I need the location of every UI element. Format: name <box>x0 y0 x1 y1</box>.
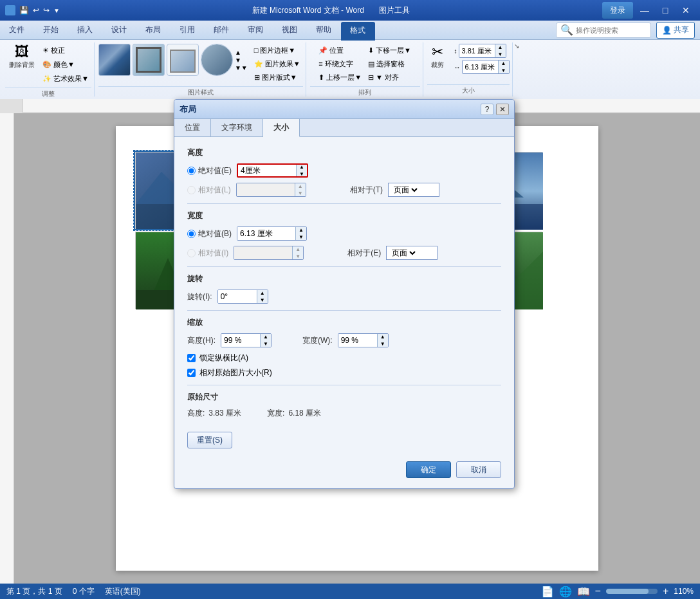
quick-access-redo[interactable]: ↪ <box>43 6 50 15</box>
tab-format[interactable]: 格式 <box>341 22 375 41</box>
quick-access-more[interactable]: ▼ <box>53 7 60 14</box>
correct-button[interactable]: ☀ 校正 <box>40 44 91 57</box>
height-absolute-spin-up[interactable]: ▲ <box>297 163 307 170</box>
height-relative-radio-label[interactable]: 相对值(L) <box>187 185 231 196</box>
relative-original-checkbox[interactable] <box>187 369 196 377</box>
quick-access-undo[interactable]: ↩ <box>33 6 39 15</box>
quick-access-save[interactable]: 💾 <box>19 6 29 15</box>
ribbon-width-input[interactable]: 6.13 厘米 <box>463 60 498 73</box>
height-relative-spin-up[interactable]: ▲ <box>295 183 306 190</box>
width-relative-spinner[interactable]: ▲ ▼ <box>234 246 304 260</box>
width-relative-spin-up[interactable]: ▲ <box>293 246 303 253</box>
maximize-button[interactable]: □ <box>656 4 674 17</box>
view-icon-print[interactable]: 📄 <box>541 585 554 598</box>
width-relative-radio[interactable] <box>187 249 196 257</box>
height-relative-to-dropdown[interactable]: 页面 <box>391 185 419 195</box>
style-preview-2[interactable] <box>133 44 165 76</box>
share-button[interactable]: 👤 共享 <box>656 22 695 39</box>
width-absolute-spinner[interactable]: 6.13 厘米 ▲ ▼ <box>237 226 307 241</box>
scale-height-spinner[interactable]: 99 % ▲ ▼ <box>221 333 272 347</box>
close-button[interactable]: ✕ <box>677 4 695 17</box>
cancel-button[interactable]: 取消 <box>456 461 501 478</box>
width-relative-to-dropdown[interactable]: 页面 <box>389 248 418 258</box>
minimize-button[interactable]: — <box>636 4 654 17</box>
rotation-spin-up[interactable]: ▲ <box>257 290 268 297</box>
dialog-tab-position[interactable]: 位置 <box>174 119 211 136</box>
width-absolute-radio-label[interactable]: 绝对值(B) <box>187 228 232 239</box>
tab-references[interactable]: 引用 <box>170 21 205 39</box>
ribbon-height-input[interactable]: 3.81 厘米 <box>459 44 495 57</box>
width-spin-up[interactable]: ▲ <box>499 60 509 67</box>
width-relative-input[interactable] <box>234 246 292 259</box>
height-spin-up[interactable]: ▲ <box>495 44 506 51</box>
height-relative-input[interactable] <box>237 183 295 196</box>
width-relative-radio-label[interactable]: 相对值(I) <box>187 248 228 259</box>
remove-background-button[interactable]: 🖼 删除背景 <box>5 44 39 71</box>
lock-aspect-checkbox[interactable] <box>187 354 196 362</box>
width-spin-down[interactable]: ▼ <box>499 67 509 74</box>
view-icon-web[interactable]: 🌐 <box>559 585 572 598</box>
lock-aspect-row[interactable]: 锁定纵横比(A) <box>187 353 501 364</box>
scale-width-spin-up[interactable]: ▲ <box>378 333 388 340</box>
ok-button[interactable]: 确定 <box>406 461 451 478</box>
tab-layout[interactable]: 布局 <box>136 21 170 39</box>
login-button[interactable]: 登录 <box>602 2 633 19</box>
width-absolute-input[interactable]: 6.13 厘米 <box>237 227 295 240</box>
move-backward-button[interactable]: ⬇ 下移一层▼ <box>365 44 414 57</box>
move-forward-button[interactable]: ⬆ 上移一层▼ <box>316 71 364 84</box>
height-relative-spin-down[interactable]: ▼ <box>295 190 306 197</box>
tab-review[interactable]: 审阅 <box>239 21 273 39</box>
width-absolute-spin-down[interactable]: ▼ <box>296 234 306 241</box>
ribbon-expand[interactable]: ↘ <box>514 42 519 60</box>
style-preview-1[interactable] <box>98 44 131 76</box>
tab-help[interactable]: 帮助 <box>307 21 341 39</box>
rotation-input[interactable]: 0° <box>218 290 257 303</box>
view-icon-read[interactable]: 📖 <box>577 585 590 598</box>
dialog-help-button[interactable]: ? <box>481 104 493 115</box>
scale-height-input[interactable]: 99 % <box>221 334 260 347</box>
tab-design[interactable]: 设计 <box>102 21 136 39</box>
height-spin-down[interactable]: ▼ <box>495 51 506 58</box>
select-pane-button[interactable]: ▤ 选择窗格 <box>365 57 414 70</box>
picture-layout-button[interactable]: ⊞ 图片版式▼ <box>252 71 303 84</box>
ribbon-height-spinner[interactable]: 3.81 厘米 ▲ ▼ <box>459 44 506 58</box>
zoom-out-button[interactable]: − <box>595 585 601 597</box>
width-absolute-radio[interactable] <box>187 230 196 238</box>
style-scroll-down[interactable]: ▼ <box>235 57 248 64</box>
style-preview-3[interactable] <box>167 44 199 76</box>
artistic-effect-button[interactable]: ✨ 艺术效果▼ <box>40 72 91 85</box>
tab-file[interactable]: 文件 <box>0 21 34 39</box>
height-absolute-spinner[interactable]: 4厘米 ▲ ▼ <box>237 163 308 178</box>
rotation-spinner[interactable]: 0° ▲ ▼ <box>217 290 268 304</box>
tab-mail[interactable]: 邮件 <box>205 21 239 39</box>
search-input[interactable] <box>576 26 647 34</box>
width-relative-to-select[interactable]: 页面 <box>386 246 438 260</box>
zoom-in-button[interactable]: + <box>663 585 668 597</box>
crop-button[interactable]: ✂ 裁剪 <box>427 44 448 71</box>
height-absolute-input[interactable]: 4厘米 <box>238 165 296 176</box>
scale-height-spin-down[interactable]: ▼ <box>261 340 271 347</box>
height-relative-radio[interactable] <box>187 186 196 194</box>
height-relative-to-select[interactable]: 页面 <box>388 183 439 197</box>
rotation-spin-down[interactable]: ▼ <box>257 297 268 304</box>
relative-original-row[interactable]: 相对原始图片大小(R) <box>187 367 501 378</box>
wrap-text-button[interactable]: ≡ 环绕文字 <box>316 57 364 70</box>
dialog-tab-size[interactable]: 大小 <box>263 119 300 137</box>
height-relative-spinner[interactable]: ▲ ▼ <box>236 183 306 197</box>
picture-border-button[interactable]: □ 图片边框▼ <box>252 44 303 57</box>
reset-button[interactable]: 重置(S) <box>187 432 232 448</box>
scale-width-spinner[interactable]: 99 % ▲ ▼ <box>338 333 389 347</box>
height-absolute-radio-label[interactable]: 绝对值(E) <box>187 165 232 176</box>
scale-height-spin-up[interactable]: ▲ <box>261 333 271 340</box>
style-preview-4[interactable] <box>201 44 233 76</box>
scale-width-spin-down[interactable]: ▼ <box>378 340 388 347</box>
search-box[interactable]: 🔍 <box>556 23 651 38</box>
tab-view[interactable]: 视图 <box>273 21 307 39</box>
width-relative-spin-down[interactable]: ▼ <box>293 253 303 260</box>
color-button[interactable]: 🎨 颜色▼ <box>40 58 91 71</box>
height-absolute-radio[interactable] <box>187 167 196 175</box>
width-absolute-spin-up[interactable]: ▲ <box>296 226 306 234</box>
align-button[interactable]: ⊟ ▼ 对齐 <box>365 71 414 84</box>
picture-effects-button[interactable]: ⭐ 图片效果▼ <box>252 57 303 70</box>
tab-insert[interactable]: 插入 <box>68 21 102 39</box>
